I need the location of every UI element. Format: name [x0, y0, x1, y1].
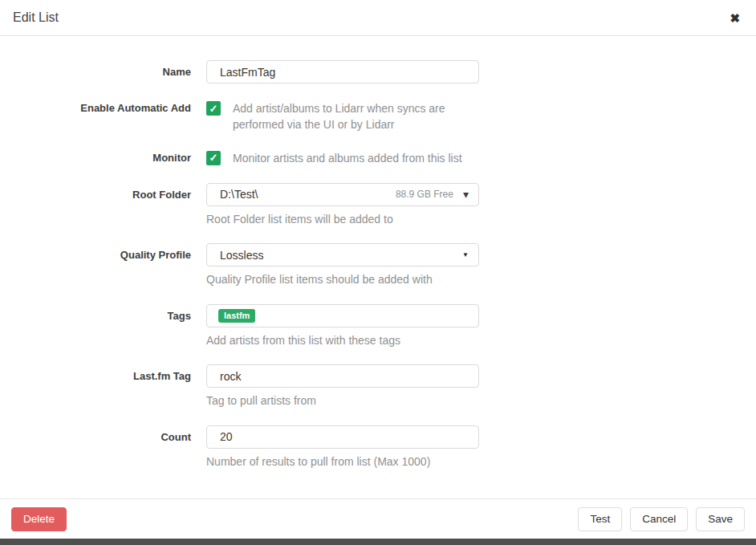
form-row-monitor: Monitor ✓ Monitor artists and albums add…	[0, 150, 756, 166]
root-folder-select[interactable]: D:\Test\ 88.9 GB Free ▾	[206, 183, 479, 206]
monitor-checkbox[interactable]: ✓	[206, 151, 221, 165]
enable-automatic-add-checkbox[interactable]: ✓	[206, 101, 221, 116]
count-help: Number of results to pull from list (Max…	[206, 455, 479, 470]
root-folder-label: Root Folder	[0, 183, 206, 227]
monitor-label: Monitor	[0, 150, 206, 166]
enable-automatic-add-label: Enable Automatic Add	[0, 100, 206, 133]
form-row-quality-profile: Quality Profile Lossless ▼ Quality Profi…	[0, 243, 756, 287]
root-folder-free-space: 88.9 GB Free	[396, 189, 453, 200]
form-row-tags: Tags lastfm Add artists from this list w…	[0, 304, 756, 348]
quality-profile-label: Quality Profile	[0, 243, 206, 287]
quality-profile-value: Lossless	[220, 249, 462, 262]
modal-footer: Delete Test Cancel Save	[0, 498, 756, 539]
tags-input[interactable]: lastfm	[206, 304, 479, 327]
page-bottom-bar	[0, 539, 756, 545]
count-label: Count	[0, 425, 206, 470]
lastfm-tag-label: Last.fm Tag	[0, 364, 206, 409]
quality-profile-select[interactable]: Lossless ▼	[206, 243, 479, 266]
check-icon: ✓	[209, 153, 218, 163]
lastfm-tag-input[interactable]	[206, 364, 479, 388]
form-row-lastfm-tag: Last.fm Tag Tag to pull artists from	[0, 364, 756, 409]
quality-profile-help: Quality Profile list items should be add…	[206, 273, 479, 287]
tags-label: Tags	[0, 304, 206, 348]
modal-header: Edit List ✖	[0, 0, 756, 36]
name-input[interactable]	[206, 60, 479, 83]
delete-button[interactable]: Delete	[11, 507, 67, 531]
caret-down-icon: ▾	[463, 189, 469, 200]
tags-help: Add artists from this list with these ta…	[206, 334, 479, 348]
edit-list-form: Name Enable Automatic Add ✓ Add artist/a…	[0, 36, 756, 498]
root-folder-value: D:\Test\	[220, 188, 396, 201]
form-row-name: Name	[0, 60, 756, 83]
save-button[interactable]: Save	[696, 507, 745, 531]
page-title: Edit List	[13, 10, 59, 25]
form-row-enable-automatic-add: Enable Automatic Add ✓ Add artist/albums…	[0, 100, 756, 133]
cancel-button[interactable]: Cancel	[630, 507, 688, 531]
tag-pill[interactable]: lastfm	[218, 309, 255, 323]
form-row-count: Count Number of results to pull from lis…	[0, 425, 756, 470]
close-button[interactable]: ✖	[726, 9, 743, 27]
root-folder-help: Root Folder list items will be added to	[206, 213, 479, 227]
edit-list-modal: Edit List ✖ Name Enable Automatic Add ✓ …	[0, 0, 756, 545]
monitor-help: Monitor artists and albums added from th…	[233, 150, 462, 166]
count-input[interactable]	[206, 425, 479, 449]
check-icon: ✓	[209, 104, 218, 114]
lastfm-tag-help: Tag to pull artists from	[206, 394, 479, 409]
test-button[interactable]: Test	[578, 507, 622, 531]
form-row-root-folder: Root Folder D:\Test\ 88.9 GB Free ▾ Root…	[0, 183, 756, 227]
select-arrow-icon: ▼	[462, 252, 469, 258]
enable-automatic-add-help: Add artist/albums to Lidarr when syncs a…	[233, 100, 478, 133]
name-label: Name	[0, 60, 206, 83]
close-icon: ✖	[730, 11, 740, 25]
